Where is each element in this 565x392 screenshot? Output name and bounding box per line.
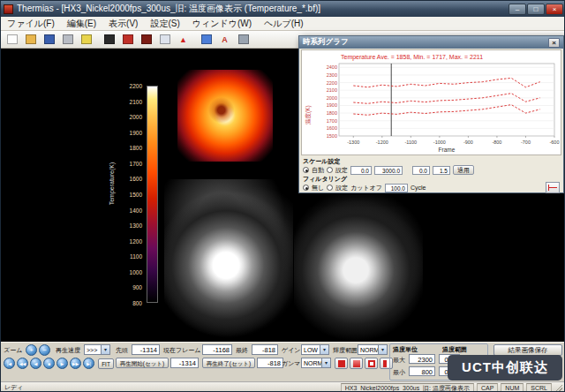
thermal-image[interactable] [177, 70, 273, 162]
record-pink-button[interactable] [350, 358, 363, 369]
colorbar-tick: 1700 [130, 160, 142, 166]
colorbar-tick: 1500 [130, 192, 142, 198]
scale-section-title: スケール設定 [301, 157, 561, 165]
open-folder-icon [26, 34, 36, 44]
time-series-chart: 1500160017001800190020002100220023002400… [309, 51, 561, 155]
temp-range-label: 温度範囲 [442, 345, 467, 354]
filter-waveform-button[interactable] [546, 182, 560, 193]
graph-close-button[interactable]: × [548, 38, 560, 48]
new-file-icon-button[interactable] [4, 32, 20, 47]
cutoff-input[interactable]: 100.0 [385, 184, 408, 192]
scale-auto-radio[interactable] [303, 167, 309, 173]
fast-rewind-button[interactable]: ◀◀ [17, 358, 28, 369]
fast-forward-button[interactable]: ▶▶ [70, 358, 81, 369]
menu-window[interactable]: ウィンドウ(W) [186, 17, 258, 30]
scale-max-input[interactable]: 3000.0 [374, 166, 403, 175]
record-red-button[interactable] [335, 358, 348, 369]
filter-set-label: 設定 [335, 184, 348, 192]
scale-min-input[interactable]: 0.0 [350, 166, 372, 175]
filter-none-radio[interactable] [303, 185, 309, 191]
movie-record-icon-button[interactable] [119, 32, 136, 47]
colorbar-tick: 1200 [130, 237, 142, 244]
graph-window-title: 時系列グラフ [303, 37, 349, 48]
text-annotation-icon-button[interactable]: A [216, 32, 233, 47]
grayscale-image-right[interactable] [294, 179, 423, 342]
app-icon [4, 4, 13, 14]
colorbar-tick: 1900 [130, 129, 142, 135]
zoom-in-button[interactable]: + [26, 344, 37, 356]
snapshot-icon [81, 34, 92, 44]
colorbar-tick: 800 [132, 300, 142, 306]
step-back-button[interactable]: ◀ [30, 358, 41, 369]
grayscale-image-left[interactable] [164, 179, 293, 342]
brightness-select[interactable]: NORMAL [358, 344, 388, 355]
status-flag-num: NUM [501, 383, 524, 392]
scale-manual-radio[interactable] [327, 167, 333, 173]
camera-icon [104, 34, 115, 44]
application-window: Thermias - [HX3_Nickel2000fps_300us_旧: 温… [0, 0, 565, 392]
svg-text:1900: 1900 [327, 102, 337, 108]
histogram-icon-button[interactable] [198, 32, 215, 47]
time-series-window: 時系列グラフ × 温度(K) 1500160017001800190020002… [298, 35, 564, 193]
print-icon [63, 34, 73, 44]
menu-settings[interactable]: 設定(S) [144, 17, 185, 30]
current-frame-field[interactable]: -1168 [202, 344, 232, 355]
settings-icon [238, 34, 249, 44]
gain-select[interactable]: LOW [301, 344, 329, 355]
colorbar-tick: 1100 [130, 253, 142, 260]
go-last-button[interactable]: ▶| [83, 358, 94, 369]
print-icon-button[interactable] [59, 32, 76, 47]
play-end-field[interactable]: -818 [257, 358, 283, 368]
svg-text:2200: 2200 [327, 80, 337, 86]
svg-text:1700: 1700 [327, 118, 337, 124]
go-first-button[interactable]: |◀ [4, 358, 15, 369]
filter-set-radio[interactable] [327, 185, 333, 191]
first-frame-field[interactable]: -1314 [132, 344, 160, 355]
menu-help[interactable]: ヘルプ(H) [258, 17, 310, 30]
close-button[interactable]: × [546, 4, 563, 15]
save-icon [44, 34, 55, 44]
play-start-set-button[interactable]: 再生開始(セット) [116, 358, 169, 368]
time-min-input[interactable]: 0.0 [412, 166, 430, 175]
svg-text:-1300: -1300 [347, 139, 359, 145]
svg-text:-600: -600 [549, 139, 559, 145]
settings-icon-button[interactable] [235, 32, 252, 47]
menu-file[interactable]: ファイル(F) [1, 17, 61, 30]
min-field[interactable]: 800 [409, 366, 435, 376]
last-frame-field[interactable]: -818 [252, 344, 278, 355]
max-field[interactable]: 2300 [409, 354, 435, 364]
scale-manual-label: 設定 [335, 166, 348, 175]
open-folder-icon-button[interactable] [22, 32, 39, 47]
grid-table-icon-button[interactable] [156, 32, 173, 47]
alarm-triangle-icon-button[interactable]: ▲ [175, 32, 192, 47]
svg-text:-1000: -1000 [433, 139, 446, 145]
zoom-out-button[interactable]: − [39, 344, 50, 356]
graph-window-titlebar[interactable]: 時系列グラフ × [299, 36, 563, 49]
gamma-select[interactable]: NORMAL [301, 358, 331, 368]
movie-stop-icon-button[interactable] [138, 32, 154, 47]
brightness-label: 輝度範囲 [333, 346, 358, 355]
graph-controls: スケール設定 自動 設定 0.0 3000.0 0.0 1.5 適用 フィルタリ… [301, 157, 561, 192]
first-frame-label: 先頭 [116, 346, 128, 355]
svg-text:-1100: -1100 [404, 139, 417, 145]
colorbar-tick: 2000 [130, 114, 142, 120]
temperature-colorbar [147, 86, 158, 303]
menu-edit[interactable]: 編集(E) [61, 17, 102, 30]
save-icon-button[interactable] [41, 32, 57, 47]
speed-select[interactable]: >>> [84, 344, 110, 355]
resize-grip-icon[interactable] [554, 384, 562, 392]
snapshot-icon-button[interactable] [78, 32, 94, 47]
marker-button[interactable] [365, 358, 378, 369]
apply-button[interactable]: 適用 [453, 165, 474, 175]
svg-text:1600: 1600 [327, 125, 337, 131]
menu-view[interactable]: 表示(V) [102, 17, 144, 30]
play-end-set-button[interactable]: 再生終了(セット) [202, 358, 255, 368]
play-start-field[interactable]: -1314 [170, 358, 199, 368]
play-button[interactable]: ▶ [56, 358, 68, 369]
maximize-button[interactable]: □ [527, 4, 545, 15]
camera-icon-button[interactable] [101, 32, 117, 47]
minimize-button[interactable]: – [508, 4, 526, 15]
time-max-input[interactable]: 1.5 [433, 166, 450, 175]
fit-button[interactable]: FIT [98, 358, 114, 369]
stop-button[interactable]: ■ [43, 358, 55, 369]
